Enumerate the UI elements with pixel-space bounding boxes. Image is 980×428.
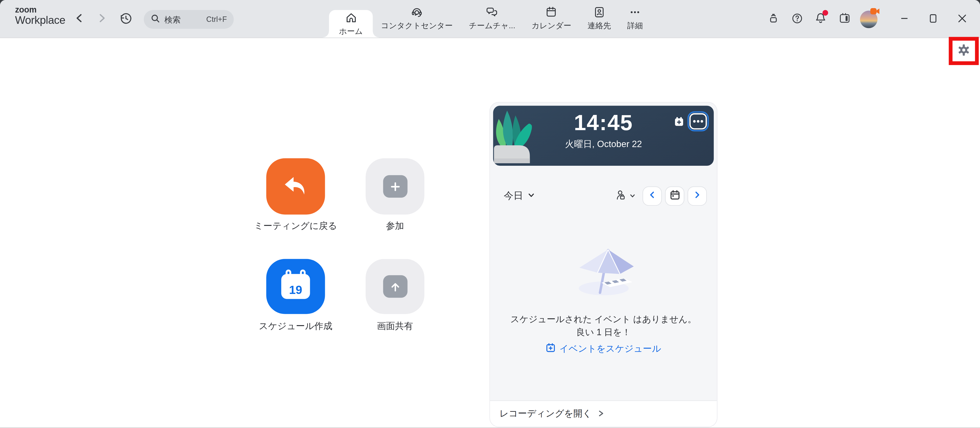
date-range-dropdown[interactable]: 今日 xyxy=(504,189,535,202)
settings-button[interactable] xyxy=(958,44,970,58)
agenda-panel: 14:45 火曜日, October 22 今日 xyxy=(490,103,717,426)
zoom-workplace-logo: zoom Workplace xyxy=(15,6,65,26)
panels-button[interactable] xyxy=(832,0,856,38)
search-icon xyxy=(151,13,160,25)
empty-line1: スケジュールされた イベント はありません。 xyxy=(490,313,717,326)
chevron-left-icon xyxy=(648,191,656,201)
empty-line2: 良い 1 日を！ xyxy=(490,326,717,339)
close-icon xyxy=(957,13,967,25)
clock-more-button[interactable] xyxy=(689,113,707,129)
agenda-toolbar: 今日 xyxy=(504,186,707,206)
share-screen-button[interactable] xyxy=(366,259,424,314)
tab-contact-center[interactable]: コンタクトセンター xyxy=(373,0,461,38)
tab-label: 連絡先 xyxy=(588,21,611,31)
minimize-icon xyxy=(900,14,909,24)
search-box[interactable]: Ctrl+F xyxy=(144,10,234,29)
search-shortcut: Ctrl+F xyxy=(206,15,227,24)
help-button[interactable] xyxy=(785,0,809,38)
plus-icon xyxy=(383,175,407,198)
gear-icon xyxy=(958,44,970,58)
maximize-icon xyxy=(929,13,937,25)
mini-calendar-button[interactable] xyxy=(665,186,684,206)
contacts-icon xyxy=(593,6,606,19)
add-to-calendar-button[interactable] xyxy=(674,117,684,129)
join-meeting-button[interactable] xyxy=(366,158,424,214)
clock-widget: 14:45 火曜日, October 22 xyxy=(493,105,714,166)
tab-label: コンタクトセンター xyxy=(381,21,453,31)
quick-action-label: ミーティングに戻る xyxy=(242,220,348,232)
range-label: 今日 xyxy=(504,189,523,202)
search-input[interactable] xyxy=(164,15,204,24)
logo-zoom: zoom xyxy=(15,6,65,14)
more-icon xyxy=(628,6,641,19)
maximize-button[interactable] xyxy=(919,0,947,38)
zoom-workplace-window: zoom Workplace Ctrl+F ホーム コンタクトセンター xyxy=(0,0,980,428)
home-icon xyxy=(344,11,357,24)
beach-umbrella-illustration xyxy=(562,241,644,300)
video-camera-badge-icon xyxy=(870,8,880,17)
quick-action-label: 参加 xyxy=(342,220,448,232)
app-window: zoom Workplace Ctrl+F ホーム コンタクトセンター xyxy=(0,0,980,428)
team-chat-icon xyxy=(485,6,499,19)
history-clock-icon xyxy=(119,11,132,27)
nav-back-button[interactable] xyxy=(70,0,89,38)
schedule-calendar-icon: 19 xyxy=(281,274,310,299)
attendee-filter-icon xyxy=(615,188,627,203)
open-recordings-link[interactable]: レコーディングを開く xyxy=(490,400,717,426)
titlebar-right xyxy=(761,0,976,38)
nav-forward-button[interactable] xyxy=(92,0,111,38)
calendar-add-icon xyxy=(674,117,684,129)
attendee-filter-dropdown[interactable] xyxy=(615,188,635,203)
calendar-day-number: 19 xyxy=(289,284,302,299)
calendar-icon xyxy=(545,6,558,19)
help-icon xyxy=(790,11,803,27)
profile-avatar[interactable] xyxy=(856,0,881,38)
panels-icon xyxy=(838,11,851,27)
chevron-down-icon xyxy=(629,191,635,200)
return-arrow-icon xyxy=(281,171,310,202)
notifications-button[interactable] xyxy=(809,0,832,38)
history-button[interactable] xyxy=(115,0,137,38)
main-tabs: ホーム コンタクトセンター チームチャ... カレンダー 連絡先 詳細 xyxy=(329,0,651,38)
schedule-meeting-button[interactable]: 19 xyxy=(266,259,325,314)
close-button[interactable] xyxy=(948,0,976,38)
chevron-right-icon xyxy=(693,191,701,201)
tab-label: カレンダー xyxy=(531,21,571,31)
share-up-arrow-icon xyxy=(383,275,407,298)
chevron-left-icon xyxy=(74,13,84,25)
annotation-highlight-box xyxy=(949,37,979,65)
tab-label: チームチャ... xyxy=(469,21,515,31)
previous-day-button[interactable] xyxy=(643,186,662,206)
quick-action-label: 画面共有 xyxy=(342,320,448,332)
minimize-button[interactable] xyxy=(890,0,919,38)
schedule-event-label: イベントをスケジュール xyxy=(560,343,661,355)
agenda-toolbar-right xyxy=(615,186,707,206)
empty-state-text: スケジュールされた イベント はありません。 良い 1 日を！ xyxy=(490,313,717,339)
tab-contacts[interactable]: 連絡先 xyxy=(579,0,619,38)
tab-label: 詳細 xyxy=(627,21,643,31)
open-recordings-label: レコーディングを開く xyxy=(500,408,592,420)
tab-home[interactable]: ホーム xyxy=(329,10,373,38)
calendar-plus-icon xyxy=(546,343,556,355)
quick-action-label: スケジュール作成 xyxy=(242,320,348,332)
connect-device-button[interactable] xyxy=(761,0,785,38)
tab-calendar[interactable]: カレンダー xyxy=(523,0,579,38)
next-day-button[interactable] xyxy=(687,186,707,206)
home-content: ミーティングに戻る 参加 19 スケジュール作成 画面共有 14:45 火曜日,… xyxy=(0,38,980,428)
tab-label: ホーム xyxy=(339,26,363,37)
connect-device-icon xyxy=(767,11,780,27)
clock-date: 火曜日, October 22 xyxy=(493,138,714,150)
mini-calendar-icon xyxy=(669,189,680,202)
chevron-down-icon xyxy=(528,190,535,201)
schedule-event-link[interactable]: イベントをスケジュール xyxy=(490,343,717,355)
chevron-right-icon xyxy=(97,13,107,25)
contact-center-icon xyxy=(410,6,423,19)
tab-more[interactable]: 詳細 xyxy=(619,0,651,38)
return-to-meeting-button[interactable] xyxy=(266,158,325,214)
tab-team-chat[interactable]: チームチャ... xyxy=(461,0,523,38)
window-controls xyxy=(890,0,976,38)
titlebar: zoom Workplace Ctrl+F ホーム コンタクトセンター xyxy=(0,0,980,38)
chevron-right-icon xyxy=(597,408,604,419)
logo-workplace: Workplace xyxy=(15,14,65,26)
notification-dot xyxy=(822,10,828,16)
